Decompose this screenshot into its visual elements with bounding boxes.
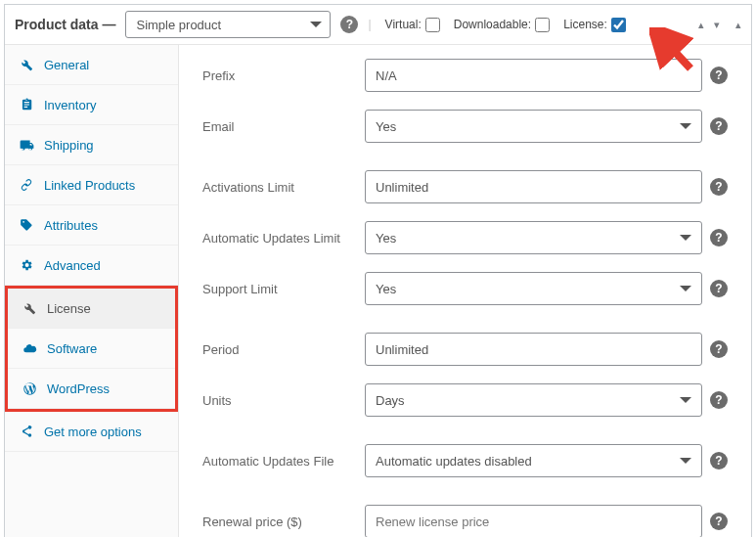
help-icon[interactable]: ? — [710, 229, 728, 246]
downloadable-option[interactable]: Downloadable: — [454, 18, 550, 32]
gear-icon — [19, 257, 34, 273]
activations-input[interactable] — [365, 170, 702, 203]
tabs-sidebar: General Inventory Shipping Linked Produc… — [5, 45, 179, 537]
email-select[interactable]: Yes — [365, 110, 702, 143]
tab-inventory[interactable]: Inventory — [5, 85, 178, 125]
help-icon[interactable]: ? — [710, 280, 728, 297]
tab-linked[interactable]: Linked Products — [5, 165, 178, 205]
tab-attributes[interactable]: Attributes — [5, 205, 178, 246]
tab-wordpress[interactable]: WordPress — [8, 369, 175, 409]
virtual-label: Virtual: — [385, 18, 422, 31]
help-icon[interactable]: ? — [710, 452, 728, 470]
downloadable-checkbox[interactable] — [535, 18, 550, 32]
tab-label: Attributes — [44, 218, 98, 233]
tab-advanced[interactable]: Advanced — [5, 246, 178, 286]
separator: | — [368, 18, 371, 31]
tab-general[interactable]: General — [5, 45, 178, 85]
field-auto-updates-limit: Automatic Updates Limit Yes ? — [202, 221, 728, 254]
updates-file-select[interactable]: Automatic updates disabled — [365, 444, 702, 477]
tab-label: Software — [47, 341, 97, 356]
product-type-select[interactable]: Simple product — [125, 11, 331, 38]
license-option[interactable]: License: — [563, 18, 626, 32]
license-checkbox[interactable] — [611, 18, 626, 32]
field-email: Email Yes ? — [202, 110, 728, 143]
period-input[interactable] — [365, 333, 702, 366]
tab-license[interactable]: License — [8, 289, 175, 329]
cloud-icon — [22, 340, 37, 356]
help-icon[interactable]: ? — [710, 340, 728, 358]
header-options: | Virtual: Downloadable: License: — [368, 18, 625, 32]
period-label: Period — [202, 342, 357, 357]
help-icon[interactable]: ? — [710, 67, 728, 84]
tab-label: Inventory — [44, 98, 96, 112]
collapse-icon[interactable]: ▴ — [735, 19, 741, 31]
tab-label: Linked Products — [44, 178, 135, 193]
virtual-checkbox[interactable] — [425, 18, 440, 32]
wrench-icon — [19, 57, 34, 72]
tab-shipping[interactable]: Shipping — [5, 125, 178, 165]
share-icon — [19, 424, 34, 439]
email-label: Email — [202, 119, 357, 134]
field-renewal-price: Renewal price ($) ? — [202, 505, 728, 537]
wrench-icon — [22, 300, 37, 316]
move-down-icon[interactable]: ▾ — [714, 19, 720, 31]
field-activations-limit: Activations Limit ? — [202, 170, 728, 203]
link-icon — [19, 177, 34, 193]
field-units: Units Days ? — [202, 383, 728, 417]
virtual-option[interactable]: Virtual: — [385, 18, 440, 32]
renewal-label: Renewal price ($) — [202, 515, 357, 529]
support-select[interactable]: Yes — [365, 272, 702, 305]
support-label: Support Limit — [202, 282, 357, 296]
truck-icon — [19, 137, 34, 153]
renewal-input[interactable] — [365, 505, 702, 537]
move-up-icon[interactable]: ▴ — [698, 19, 704, 31]
tab-label: General — [44, 58, 89, 72]
license-label: License: — [563, 18, 607, 31]
auto-updates-select[interactable]: Yes — [365, 221, 702, 254]
field-support-limit: Support Limit Yes ? — [202, 272, 728, 305]
field-period: Period ? — [202, 333, 728, 366]
tags-icon — [19, 217, 34, 233]
help-icon[interactable]: ? — [710, 117, 728, 135]
field-prefix: Prefix ? — [202, 59, 728, 92]
tab-label: WordPress — [47, 381, 110, 396]
panel-nav: ▴ ▾ ▴ — [698, 19, 741, 31]
tab-label: Advanced — [44, 258, 101, 273]
prefix-label: Prefix — [202, 68, 357, 83]
wp-icon — [22, 380, 37, 396]
units-label: Units — [202, 393, 357, 408]
prefix-input[interactable] — [365, 59, 702, 92]
help-icon[interactable]: ? — [340, 16, 358, 33]
help-icon[interactable]: ? — [710, 178, 728, 196]
tab-label: Get more options — [44, 425, 142, 439]
tab-getmore[interactable]: Get more options — [5, 412, 178, 452]
panel-title: Product data — — [15, 17, 115, 32]
tab-label: Shipping — [44, 138, 94, 153]
downloadable-label: Downloadable: — [454, 18, 531, 31]
field-updates-file: Automatic Updates File Automatic updates… — [202, 444, 728, 477]
tab-content: Prefix ? Email Yes ? Activations Limit ?… — [179, 45, 751, 537]
units-select[interactable]: Days — [365, 383, 702, 417]
tab-software[interactable]: Software — [8, 329, 175, 369]
auto-updates-label: Automatic Updates Limit — [202, 231, 357, 246]
help-icon[interactable]: ? — [710, 391, 728, 409]
panel-header: Product data — Simple product ? | Virtua… — [5, 5, 751, 45]
help-icon[interactable]: ? — [710, 513, 728, 530]
activations-label: Activations Limit — [202, 180, 357, 195]
product-data-panel: Product data — Simple product ? | Virtua… — [4, 4, 752, 537]
tab-label: License — [47, 301, 91, 316]
updates-file-label: Automatic Updates File — [202, 454, 357, 469]
clipboard-icon — [19, 97, 34, 112]
